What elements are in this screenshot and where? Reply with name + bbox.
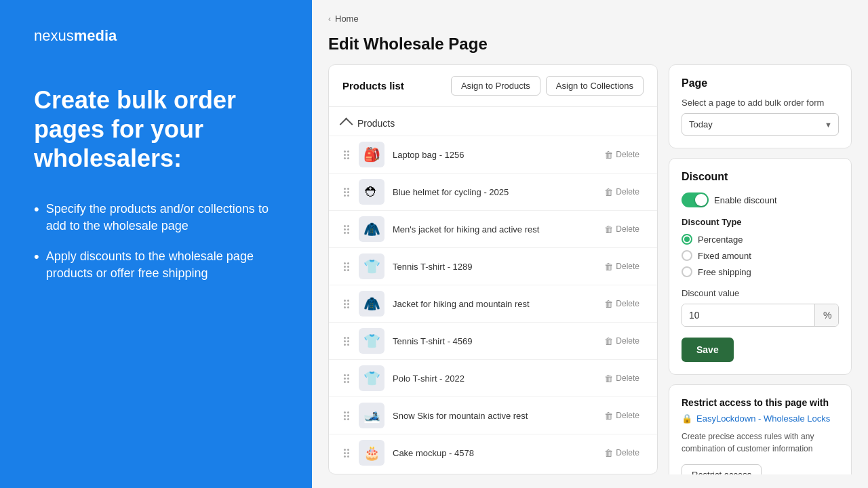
product-thumb: 🎂 — [359, 440, 384, 466]
restrict-access-card: Restrict access to this page with 🔒 Easy… — [669, 384, 852, 474]
table-row: 🧥 Men's jacket for hiking and active res… — [329, 210, 657, 247]
discount-suffix: % — [814, 304, 839, 326]
products-panel: Products list Asign to Products Asign to… — [328, 64, 658, 474]
product-thumb: 🎿 — [359, 403, 384, 428]
products-list-title: Products list — [342, 80, 404, 92]
trash-icon: 🗑 — [604, 150, 613, 160]
table-row: 👕 Tennis T-shirt - 4569 🗑 Delete — [329, 322, 657, 359]
products-section-header: Products — [329, 115, 657, 136]
drag-handle[interactable] — [342, 373, 351, 384]
discount-card-title: Discount — [682, 171, 728, 183]
easylockdown-link[interactable]: 🔒 EasyLockdown - Wholesale Locks — [682, 413, 839, 424]
trash-icon: 🗑 — [604, 299, 613, 309]
product-name: Blue helmet for cycling - 2025 — [393, 187, 592, 197]
chevron-up-icon — [340, 118, 353, 131]
restrict-description: Create precise access rules with any com… — [682, 430, 839, 455]
drag-handle[interactable] — [342, 261, 351, 272]
bullet-item-2: Apply discounts to the wholesale page pr… — [34, 248, 278, 282]
trash-icon: 🗑 — [604, 187, 613, 197]
delete-button[interactable]: 🗑 Delete — [600, 259, 644, 274]
trash-icon: 🗑 — [604, 411, 613, 421]
enable-discount-toggle[interactable] — [682, 192, 709, 207]
discount-value-input[interactable] — [682, 304, 814, 326]
restrict-access-button[interactable]: Restrict access — [682, 464, 762, 474]
drag-handle[interactable] — [342, 410, 351, 422]
delete-button[interactable]: 🗑 Delete — [600, 445, 644, 461]
trash-icon: 🗑 — [604, 373, 613, 384]
drag-handle[interactable] — [342, 224, 351, 235]
trash-icon: 🗑 — [604, 336, 613, 346]
delete-button[interactable]: 🗑 Delete — [600, 222, 644, 237]
discount-value-label: Discount value — [682, 288, 839, 298]
page-select-wrapper: Today Tomorrow This Week ▼ — [682, 113, 839, 136]
breadcrumb-arrow: ‹ — [328, 14, 331, 24]
trash-icon: 🗑 — [604, 448, 613, 458]
drag-handle[interactable] — [342, 186, 351, 198]
radio-label-fixed: Fixed amount — [698, 251, 751, 261]
page-card: Page Select a page to add bulk order for… — [669, 64, 852, 148]
product-name: Tennis T-shirt - 1289 — [393, 262, 592, 272]
product-name: Laptop bag - 1256 — [393, 150, 592, 160]
radio-percentage[interactable]: Percentage — [682, 234, 839, 245]
product-thumb: 🎒 — [359, 142, 384, 167]
lock-icon: 🔒 — [682, 413, 692, 424]
product-thumb: 👕 — [359, 328, 384, 354]
breadcrumb-home[interactable]: Home — [335, 14, 359, 24]
drag-handle[interactable] — [342, 149, 351, 161]
product-thumb: 🧥 — [359, 291, 384, 317]
product-name: Snow Skis for mountain active rest — [393, 411, 592, 421]
discount-card: Discount Enable discount Discount Type P… — [669, 158, 852, 375]
page-card-title: Page — [682, 77, 839, 89]
radio-fixed-amount[interactable]: Fixed amount — [682, 250, 839, 261]
delete-button[interactable]: 🗑 Delete — [600, 296, 644, 312]
main-content-row: Products list Asign to Products Asign to… — [328, 64, 852, 474]
table-row: 🎒 Laptop bag - 1256 🗑 Delete — [329, 136, 657, 173]
table-row: 👕 Tennis T-shirt - 1289 🗑 Delete — [329, 247, 657, 285]
radio-circle-percentage — [682, 234, 692, 245]
bullet-item-1: Specify the products and/or collections … — [34, 201, 278, 235]
delete-button[interactable]: 🗑 Delete — [600, 333, 644, 349]
radio-circle-fixed — [682, 250, 692, 261]
right-sidebar: Page Select a page to add bulk order for… — [669, 64, 852, 474]
brand-suffix: media — [74, 27, 117, 44]
product-name: Men's jacket for hiking and active rest — [393, 224, 592, 235]
radio-label-percentage: Percentage — [698, 235, 743, 245]
drag-handle[interactable] — [342, 447, 351, 459]
radio-circle-free — [682, 266, 692, 277]
radio-free-shipping[interactable]: Free shipping — [682, 266, 839, 277]
radio-inner-percentage — [684, 237, 690, 242]
table-row: 👕 Polo T-shirt - 2022 🗑 Delete — [329, 359, 657, 396]
product-thumb: 👕 — [359, 253, 384, 279]
delete-button[interactable]: 🗑 Delete — [600, 371, 644, 386]
delete-button[interactable]: 🗑 Delete — [600, 408, 644, 424]
products-body: Products 🎒 Laptop bag - 1256 🗑 Delete — [329, 107, 657, 474]
delete-button[interactable]: 🗑 Delete — [600, 184, 644, 200]
enable-discount-label: Enable discount — [714, 195, 777, 205]
assign-products-button[interactable]: Asign to Products — [451, 76, 540, 96]
brand-prefix: nexus — [34, 27, 74, 44]
page-select[interactable]: Today Tomorrow This Week — [682, 113, 839, 136]
products-section-label: Products — [357, 118, 395, 129]
product-name: Cake mockup - 4578 — [393, 448, 592, 458]
discount-type-label: Discount Type — [682, 217, 839, 227]
page-title: Edit Wholesale Page — [328, 35, 852, 54]
brand-logo: nexusmedia — [34, 27, 278, 45]
radio-label-free: Free shipping — [698, 267, 751, 277]
drag-handle[interactable] — [342, 336, 351, 347]
save-button[interactable]: Save — [682, 338, 734, 362]
discount-type-radio-group: Percentage Fixed amount Free shipping — [682, 234, 839, 277]
right-area: ‹ Home Edit Wholesale Page Products list… — [312, 0, 868, 488]
table-row: 🎿 Snow Skis for mountain active rest 🗑 D… — [329, 396, 657, 434]
header-buttons: Asign to Products Asign to Collections — [451, 76, 644, 96]
discount-value-input-wrapper: % — [682, 304, 839, 327]
bullet-list: Specify the products and/or collections … — [34, 201, 278, 283]
left-panel: nexusmedia Create bulk order pages for y… — [0, 0, 312, 488]
product-thumb: 🧥 — [359, 216, 384, 242]
assign-collections-button[interactable]: Asign to Collections — [546, 76, 644, 96]
product-name: Polo T-shirt - 2022 — [393, 373, 592, 384]
page-field-label: Select a page to add bulk order form — [682, 98, 839, 108]
trash-icon: 🗑 — [604, 224, 613, 235]
left-panel-headline: Create bulk order pages for your wholesa… — [34, 85, 278, 174]
delete-button[interactable]: 🗑 Delete — [600, 147, 644, 163]
drag-handle[interactable] — [342, 298, 351, 310]
